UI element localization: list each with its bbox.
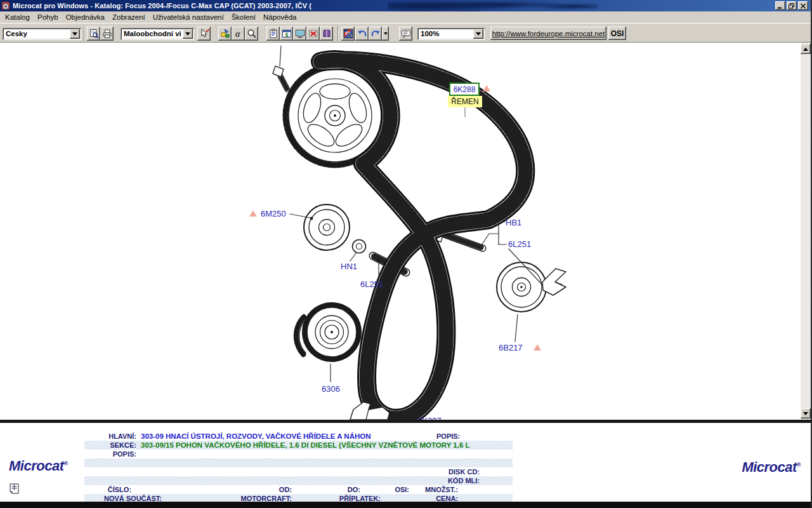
- menu-zobrazeni[interactable]: Zobrazení: [108, 12, 149, 22]
- popis-label-1: POPIS:: [436, 432, 460, 441]
- redacted-smudge: [388, 1, 598, 10]
- part-label-6L251-left[interactable]: 6L251: [360, 279, 383, 289]
- close-image-button[interactable]: [306, 27, 320, 41]
- clipboard-icon: [268, 29, 278, 39]
- part-label-HB1[interactable]: HB1: [506, 218, 521, 227]
- monitor-icon: [295, 29, 305, 39]
- arrow-down-icon: [803, 412, 808, 415]
- undo-button[interactable]: [355, 27, 369, 41]
- arrow-up-icon: [803, 48, 808, 51]
- popis-label-2: POPIS:: [84, 450, 136, 458]
- table-row-stripe: [84, 458, 513, 467]
- od-label: OD:: [254, 485, 292, 494]
- microcat-logo-left: Microcat®: [9, 458, 68, 474]
- menu-pohyb[interactable]: Pohyb: [34, 12, 62, 22]
- close-button[interactable]: [798, 1, 808, 10]
- part-label-6L251-right[interactable]: 6L251: [508, 239, 531, 249]
- redo-dropdown-button[interactable]: [382, 27, 389, 41]
- osi-button[interactable]: OSI: [608, 27, 626, 40]
- disk-cd-label: DISK CD:: [436, 467, 480, 476]
- hlavni-label: HLAVNÍ:: [84, 432, 136, 441]
- print-preview-button[interactable]: [87, 27, 100, 41]
- part-label-6M250[interactable]: 6M250: [261, 209, 286, 218]
- notes-button[interactable]: [266, 27, 280, 41]
- part-label-6306[interactable]: 6306: [322, 384, 340, 394]
- part-callout-6K288[interactable]: 6K288: [449, 83, 480, 96]
- parts-diagram-canvas[interactable]: 6K288 ŘEMEN 6M250 HB1 6L251 HN1 6L251 63…: [0, 43, 802, 420]
- crankshaft-sprocket[interactable]: [296, 305, 359, 359]
- toolbar-separator: [337, 26, 339, 41]
- scroll-down-button[interactable]: [801, 408, 811, 418]
- part-label-HN1[interactable]: HN1: [341, 262, 357, 271]
- part-label-6B217[interactable]: 6B217: [499, 343, 523, 352]
- pointer-check-icon: [199, 29, 209, 39]
- minimize-icon: [777, 3, 783, 9]
- timing-belt-illustration[interactable]: [0, 43, 802, 420]
- menu-katalog[interactable]: Katalog: [1, 12, 34, 22]
- kod-mli-label: KÓD MLI:: [436, 476, 480, 485]
- vertical-scrollbar[interactable]: [801, 43, 811, 420]
- microcat-url-button[interactable]: http://www.fordeurope.microcat.net: [490, 27, 606, 40]
- cislo-label: ČÍSLO:: [84, 485, 131, 494]
- shapes-icon: [220, 29, 230, 39]
- warning-triangle-icon: [249, 210, 257, 217]
- chevron-down-icon[interactable]: [473, 29, 483, 39]
- warning-triangle-icon: [483, 85, 490, 91]
- menu-objednavka[interactable]: Objednávka: [62, 12, 108, 22]
- select-parts-button[interactable]: [197, 27, 211, 41]
- bottom-black-bar: [0, 502, 812, 508]
- redo-icon: [370, 29, 381, 39]
- menu-uzivatelska-nastaveni[interactable]: Uživatelská nastavení: [149, 12, 228, 22]
- window-titlebar[interactable]: Microcat pro Windows - Katalog: Focus 20…: [0, 0, 812, 11]
- app-icon: [1, 1, 10, 10]
- sekce-label: SEKCE:: [84, 441, 136, 450]
- chevron-down-icon: [384, 32, 388, 35]
- svg-text:α: α: [235, 29, 240, 39]
- notes-report-icon[interactable]: [9, 483, 20, 495]
- screen-view-button[interactable]: [293, 27, 306, 41]
- washer[interactable]: [353, 240, 366, 253]
- restore-button[interactable]: [787, 1, 797, 10]
- sekce-value: 303-09/15 POHON VAČKOVÉHO HŘÍDELE, 1.6 D…: [141, 441, 470, 450]
- menu-napoveda[interactable]: Nápověda: [259, 12, 300, 22]
- feedback-button[interactable]: [399, 27, 412, 41]
- idler-pulley[interactable]: [497, 262, 546, 312]
- alpha-index-button[interactable]: α: [232, 27, 245, 41]
- red-x-icon: [308, 29, 318, 39]
- tensioner-pulley[interactable]: [304, 204, 350, 250]
- microcat-logo-right: Microcat®: [742, 459, 801, 476]
- minimize-button[interactable]: [775, 1, 785, 10]
- language-value: Cesky: [6, 30, 27, 37]
- part-tooltip-remen: ŘEMEN: [448, 96, 482, 107]
- price-window-icon: $: [282, 29, 292, 39]
- mnozst-label: MNOŽST.:: [412, 485, 458, 494]
- chevron-down-icon[interactable]: [70, 29, 80, 39]
- flags-icon: [343, 29, 353, 39]
- toolbar-separator: [84, 26, 85, 41]
- view-mode-select[interactable]: Maloobchodní vi: [121, 28, 194, 40]
- redo-button[interactable]: [369, 27, 382, 41]
- undo-icon: [357, 29, 367, 39]
- print-icon: [102, 29, 112, 39]
- scroll-up-button[interactable]: [801, 44, 811, 54]
- locale-button[interactable]: [341, 27, 355, 41]
- microcat-window: { "window": { "title": "Microcat pro Win…: [0, 0, 812, 508]
- menu-skoleni[interactable]: Školení: [228, 12, 259, 22]
- hlavni-value: 303-09 HNACÍ ÚSTROJÍ, ROZVODY, VAČKOVÉ H…: [141, 432, 371, 441]
- chevron-down-icon[interactable]: [183, 29, 193, 39]
- language-select[interactable]: Cesky: [3, 28, 81, 40]
- warning-triangle-icon: [534, 344, 541, 351]
- print-button[interactable]: [100, 27, 114, 41]
- graphic-index-button[interactable]: [218, 27, 232, 41]
- speech-bubble-icon: [401, 29, 411, 39]
- catalog-book-button[interactable]: [320, 27, 333, 41]
- view-mode-value: Maloobchodní vi: [124, 30, 181, 37]
- zoom-button[interactable]: [245, 27, 258, 41]
- zoom-level-select[interactable]: 100%: [417, 28, 485, 40]
- svg-text:$: $: [285, 32, 288, 38]
- window-title: Microcat pro Windows - Katalog: Focus 20…: [13, 2, 311, 10]
- zoom-level-value: 100%: [421, 30, 439, 37]
- prices-button[interactable]: $: [280, 27, 293, 41]
- magnifier-icon: [247, 29, 257, 39]
- close-icon: [800, 3, 806, 9]
